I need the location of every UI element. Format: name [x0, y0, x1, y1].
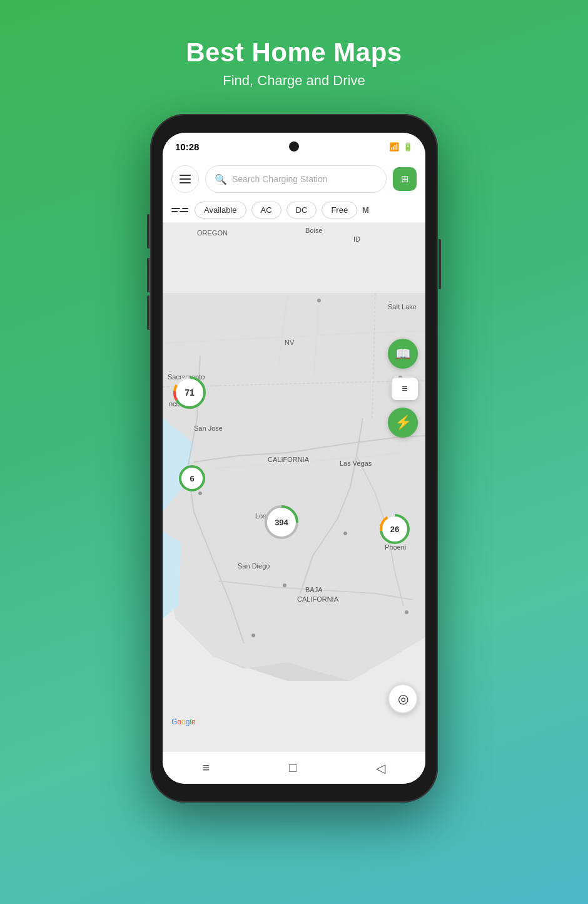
qr-icon: ⊞	[401, 173, 409, 185]
cluster-marker-26[interactable]: 26	[378, 512, 412, 546]
nav-back-icon[interactable]: ◁	[376, 761, 385, 776]
chip-free[interactable]: Free	[322, 202, 357, 218]
locate-map-button[interactable]: ◎	[388, 684, 418, 714]
bottom-nav: ≡ □ ◁	[163, 751, 425, 784]
filter-bar: Available AC DC Free M	[163, 198, 425, 223]
list-icon: ≡	[402, 383, 407, 394]
svg-point-4	[283, 583, 286, 587]
status-time: 10:28	[175, 141, 199, 152]
svg-text:6: 6	[190, 474, 194, 483]
filter-adjust-icon[interactable]	[171, 208, 188, 212]
bolt-map-button[interactable]: ⚡	[388, 408, 418, 438]
svg-text:26: 26	[390, 525, 399, 534]
book-map-button[interactable]: 📖	[388, 339, 418, 369]
cluster-marker-394[interactable]: 394	[263, 503, 300, 541]
svg-point-5	[251, 634, 255, 637]
search-area: 🔍 Search Charging Station ⊞	[163, 160, 425, 198]
menu-button[interactable]	[171, 165, 199, 193]
book-icon: 📖	[395, 346, 411, 361]
status-icons: 📶 🔋	[389, 142, 413, 152]
app-subtitle: Find, Charge and Drive	[186, 73, 402, 89]
cluster-marker-71[interactable]: 71	[172, 375, 207, 410]
svg-point-6	[343, 532, 347, 535]
svg-point-7	[405, 610, 408, 614]
chip-more[interactable]: M	[362, 205, 369, 215]
locate-icon: ◎	[398, 691, 408, 706]
header: Best Home Maps Find, Charge and Drive	[186, 0, 402, 89]
chip-available[interactable]: Available	[195, 202, 246, 218]
phone-shell: 10:28 ⊞ 📶 🔋 🔍 Search Charging Station ⊞	[150, 114, 438, 803]
phone-screen: 10:28 ⊞ 📶 🔋 🔍 Search Charging Station ⊞	[163, 133, 425, 784]
map-area[interactable]: OREGON Boise ID NV Salt Lake TA Sacramen…	[163, 223, 425, 751]
nav-home-icon[interactable]: □	[289, 761, 297, 775]
svg-point-1	[317, 299, 321, 302]
hamburger-icon	[180, 175, 191, 183]
search-placeholder-text: Search Charging Station	[232, 174, 377, 184]
google-logo: Google	[171, 717, 196, 726]
camera-dot	[289, 141, 299, 152]
nav-menu-icon[interactable]: ≡	[203, 761, 210, 775]
svg-text:394: 394	[275, 518, 288, 527]
battery-icon: 🔋	[403, 142, 413, 152]
app-title: Best Home Maps	[186, 38, 402, 68]
cluster-marker-6[interactable]: 6	[178, 464, 206, 493]
search-icon: 🔍	[215, 173, 227, 185]
list-map-button[interactable]: ≡	[392, 378, 418, 400]
search-bar[interactable]: 🔍 Search Charging Station	[205, 165, 387, 193]
svg-text:71: 71	[185, 388, 195, 398]
qr-button[interactable]: ⊞	[393, 167, 417, 191]
bolt-icon: ⚡	[395, 414, 412, 431]
signal-icon: 📶	[389, 142, 399, 152]
chip-ac[interactable]: AC	[251, 202, 281, 218]
chip-dc[interactable]: DC	[286, 202, 317, 218]
